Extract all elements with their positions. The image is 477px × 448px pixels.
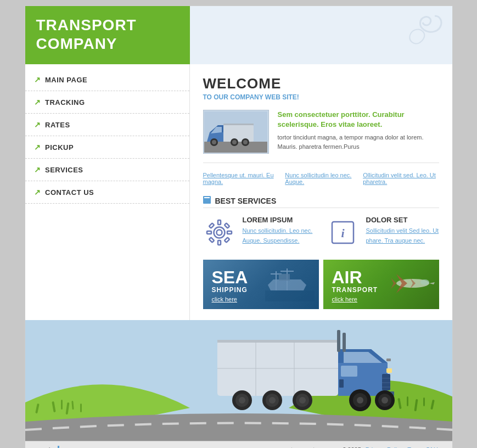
best-services-title: BEST SERVICES [215, 197, 277, 205]
service-title-1: LOREM IPSUM [243, 216, 316, 224]
welcome-title: WELCOME [203, 75, 439, 92]
service-content-2: DOLOR SET Sollicitudin velit Sed leo. Ut… [366, 216, 439, 249]
svg-rect-18 [227, 231, 232, 234]
svg-rect-52 [382, 374, 390, 390]
welcome-link-1[interactable]: Pellentesque ut. mauri. Eu magna. [203, 172, 274, 185]
svg-rect-20 [225, 223, 229, 228]
logo-line2: COMPANY [36, 35, 179, 53]
nav-rates-label: RATES [45, 121, 70, 129]
sea-shipping-banner[interactable]: SEA SHIPPING click here [203, 260, 319, 309]
svg-rect-2 [223, 125, 254, 142]
svg-point-5 [212, 140, 216, 144]
footer: sound transport company ? 2005 Privacy P… [25, 441, 453, 448]
service-item-1: LOREM IPSUM Nunc sollicitudin. Leo nec. … [203, 216, 316, 249]
service-links-2[interactable]: Sollicitudin velit Sed leo. Ut phare. Tr… [366, 226, 439, 245]
svg-point-9 [243, 140, 248, 144]
sound-bar-3 [58, 446, 59, 448]
shipping-banners: SEA SHIPPING click here [203, 260, 439, 309]
welcome-link-3[interactable]: Ollicitudin velit sed. Leo. Ut pharetra. [363, 172, 439, 185]
logo-text: TRANSPORT COMPANY [36, 16, 179, 53]
service-gear-icon [203, 216, 236, 249]
links-row: Pellentesque ut. mauri. Eu magna. Nunc s… [203, 172, 439, 185]
service-item-2: i DOLOR SET Sollicitudin velit Sed leo. … [327, 216, 439, 249]
big-truck-illustration [212, 320, 409, 418]
svg-rect-56 [386, 368, 392, 373]
nav-services[interactable]: ↗ SERVICES [25, 159, 189, 181]
svg-point-7 [232, 140, 237, 144]
service-title-2: DOLOR SET [366, 216, 439, 224]
svg-rect-75 [339, 379, 344, 388]
services-grid: LOREM IPSUM Nunc sollicitudin. Leo nec. … [203, 216, 439, 249]
best-services-header: BEST SERVICES [203, 196, 439, 208]
service-content-1: LOREM IPSUM Nunc sollicitudin. Leo nec. … [243, 216, 316, 249]
nav-contact-us[interactable]: ↗ CONTACT US [25, 181, 189, 204]
svg-rect-17 [207, 231, 211, 234]
nav-arrow-icon: ↗ [34, 165, 41, 174]
truck-image [203, 110, 269, 154]
main-layout: ↗ MAIN PAGE ↗ TRACKING ↗ RATES ↗ PICKUP … [25, 64, 452, 320]
svg-rect-40 [80, 404, 82, 412]
service-links-1[interactable]: Nunc sollicitudin. Leo nec. Auque. Suspe… [243, 226, 316, 245]
welcome-text-area: Sem consectetuer porttitor. Curabitur sc… [278, 110, 439, 154]
svg-rect-76 [386, 359, 391, 361]
svg-rect-12 [204, 217, 234, 248]
sound-bars-icon [52, 446, 59, 448]
nav-services-label: SERVICES [45, 166, 83, 174]
nav-pickup[interactable]: ↗ PICKUP [25, 136, 189, 159]
svg-rect-16 [218, 240, 221, 245]
content-area: WELCOME TO OUR COMPANY WEB SITE! [190, 64, 452, 320]
welcome-subtitle: TO OUR COMPANY WEB SITE! [203, 93, 439, 101]
footer-left: sound [34, 446, 60, 448]
svg-rect-36 [61, 400, 63, 410]
svg-rect-11 [204, 197, 210, 198]
svg-point-60 [239, 397, 245, 404]
sidebar: ↗ MAIN PAGE ↗ TRACKING ↗ RATES ↗ PICKUP … [25, 64, 190, 320]
svg-point-66 [299, 397, 306, 404]
nav-rates[interactable]: ↗ RATES [25, 114, 189, 136]
svg-text:i: i [341, 226, 345, 240]
nav-contact-us-label: CONTACT US [45, 188, 94, 197]
header-swirl-decoration [391, 10, 446, 60]
svg-rect-3 [223, 124, 254, 125]
nav-tracking-label: TRACKING [45, 98, 85, 107]
nav-arrow-icon: ↗ [34, 143, 41, 152]
service-info-icon: i [327, 216, 360, 249]
svg-point-63 [269, 397, 276, 404]
svg-point-69 [357, 397, 363, 404]
nav-arrow-icon: ↗ [34, 98, 41, 107]
svg-rect-74 [343, 333, 346, 352]
svg-point-13 [214, 227, 225, 238]
svg-rect-26 [265, 290, 315, 301]
welcome-section: Sem consectetuer porttitor. Curabitur sc… [203, 110, 439, 163]
svg-point-14 [217, 229, 222, 235]
nav-arrow-icon: ↗ [34, 75, 41, 84]
svg-rect-31 [279, 274, 290, 281]
header: TRANSPORT COMPANY [25, 6, 452, 64]
svg-rect-22 [225, 237, 229, 242]
svg-point-33 [420, 279, 429, 285]
svg-point-72 [381, 397, 388, 404]
sea-ship-illustration [265, 266, 315, 303]
logo-line1: TRANSPORT [36, 16, 179, 35]
welcome-link-2[interactable]: Nunc sollicitudin leo nec. Auque. [285, 172, 352, 185]
air-plane-illustration [385, 266, 435, 303]
nav-tracking[interactable]: ↗ TRACKING [25, 91, 189, 114]
svg-rect-73 [337, 330, 340, 352]
logo-area: TRANSPORT COMPANY [25, 6, 190, 64]
nav-arrow-icon: ↗ [34, 120, 41, 129]
welcome-lead: Sem consectetuer porttitor. Curabitur sc… [278, 110, 439, 130]
nav-main-page[interactable]: ↗ MAIN PAGE [25, 69, 189, 91]
nav-main-page-label: MAIN PAGE [45, 76, 87, 84]
air-transport-banner[interactable]: AIR TRANSPORT click here [323, 260, 439, 309]
section-header-icon [203, 196, 211, 205]
svg-rect-44 [423, 397, 425, 406]
nav-arrow-icon: ↗ [34, 188, 41, 197]
welcome-body: tortor tincidunt magna, a tempor magna d… [278, 133, 439, 151]
page-frame: TRANSPORT COMPANY ↗ MAI [25, 5, 453, 448]
svg-rect-15 [218, 220, 221, 225]
svg-rect-21 [209, 237, 214, 242]
nav-pickup-label: PICKUP [45, 143, 74, 152]
svg-rect-51 [341, 366, 357, 377]
header-right [190, 6, 452, 64]
svg-rect-47 [217, 340, 338, 343]
